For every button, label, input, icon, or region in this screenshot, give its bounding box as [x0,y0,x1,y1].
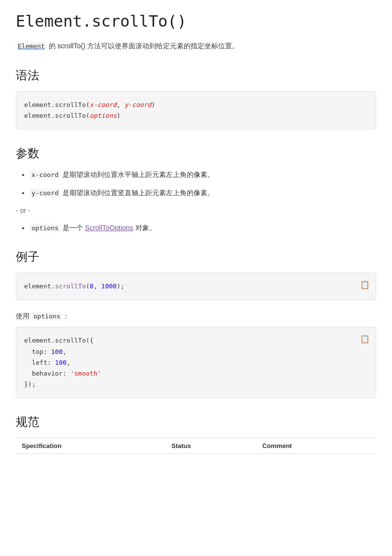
syntax-section: 语法 element.scrollTo(x-coord, y-coord) el… [16,68,376,130]
param-options: options 是一个 ScrollToOptions 对象。 [30,222,376,234]
code2-behavior-prop: behavior: [24,370,70,377]
code2-behavior-val: 'smooth' [70,370,101,377]
syntax-close2: ) [117,112,121,119]
example-section: 例子 element.scrollTo(0, 1000); 📋 使用 optio… [16,249,376,398]
spec-heading: 规范 [16,414,376,430]
code2-top-comma: , [63,348,66,355]
syntax-close1: ) [151,101,155,108]
intro-paragraph: Element 的 scrollTo() 方法可以使界面滚动到给定元素的指定坐标… [16,40,376,52]
param-y-desc: 是期望滚动到位置竖直轴上距元素左上角的像素。 [63,189,214,197]
code2-top-prop: top: [24,348,51,355]
copy-icon-1[interactable]: 📋 [360,278,370,291]
code2-left-comma: , [66,359,70,366]
code2-left-val: 100 [55,359,66,366]
param-x-desc: 是期望滚动到位置水平轴上距元素左上角的像素。 [63,171,214,178]
code2-open: element.scrollTo({ [24,337,94,344]
params-heading: 参数 [16,145,376,161]
use-options-text: 使用 [16,312,32,320]
params-section: 参数 x-coord 是期望滚动到位置水平轴上距元素左上角的像素。 y-coor… [16,145,376,233]
example-heading: 例子 [16,249,376,265]
syntax-param-x: x-coord [90,101,117,108]
param-options-suffix: 对象。 [135,224,156,232]
syntax-param-options: options [90,112,117,119]
intro-text: 的 scrollTo() 方法可以使界面滚动到给定元素的指定坐标位置。 [49,42,239,50]
syntax-fn2: element.scrollTo( [24,112,90,119]
spec-section: 规范 Specification Status Comment [16,414,376,454]
syntax-sep1: , [117,101,125,108]
param-y-name: y-coord [30,189,61,197]
spec-col-specification: Specification [16,438,165,453]
example-code-1: element. [24,282,55,290]
use-options-colon: ： [63,312,69,320]
example-comma: , [94,282,101,290]
syntax-code-block: element.scrollTo(x-coord, y-coord) eleme… [16,91,376,130]
param-options-text: 是一个 [63,224,85,232]
example-arg-0: 0 [90,282,94,290]
code2-left-prop: left: [24,359,55,366]
example-code-block-1: element.scrollTo(0, 1000); 📋 [16,273,376,300]
use-options-code: options [32,312,63,320]
param-x-name: x-coord [30,171,61,179]
example-arg-1000: 1000 [101,282,117,290]
copy-icon-2[interactable]: 📋 [360,332,370,346]
param-list: x-coord 是期望滚动到位置水平轴上距元素左上角的像素。 y-coord 是… [16,169,376,199]
syntax-line-1: element.scrollTo(x-coord, y-coord) [24,100,368,110]
syntax-fn1: element.scrollTo( [24,101,90,108]
element-link[interactable]: Element [16,42,47,50]
code2-line1: element.scrollTo({ [24,335,368,346]
example-close: ); [117,282,125,290]
syntax-line-2: element.scrollTo(options) [24,110,368,121]
spec-col-comment: Comment [257,438,376,453]
code2-line2: top: 100, [24,347,368,357]
code2-line3: left: 100, [24,357,368,368]
spec-table-header-row: Specification Status Comment [16,438,376,453]
code2-line4: behavior: 'smooth' [24,368,368,379]
param-options-name: options [30,224,61,232]
param-x-coord: x-coord 是期望滚动到位置水平轴上距元素左上角的像素。 [30,169,376,180]
example-args: ( [86,282,90,290]
scroll-to-options-link[interactable]: ScrollToOptions [85,224,133,232]
code2-top-val: 100 [51,348,63,355]
syntax-heading: 语法 [16,68,376,83]
example-code-block-2: element.scrollTo({ top: 100, left: 100, … [16,327,376,398]
or-text: - or - [16,207,376,214]
page-title: Element.scrollTo() [16,12,376,31]
example-method: scrollTo [55,282,86,290]
spec-col-status: Status [165,438,257,453]
options-param-list: options 是一个 ScrollToOptions 对象。 [16,222,376,234]
param-y-coord: y-coord 是期望滚动到位置竖直轴上距元素左上角的像素。 [30,187,376,199]
code2-line5: }); [24,379,368,390]
use-options-label: 使用 options： [16,312,376,321]
syntax-param-y: y-coord [125,101,152,108]
spec-table: Specification Status Comment [16,438,376,454]
code2-close: }); [24,381,35,388]
